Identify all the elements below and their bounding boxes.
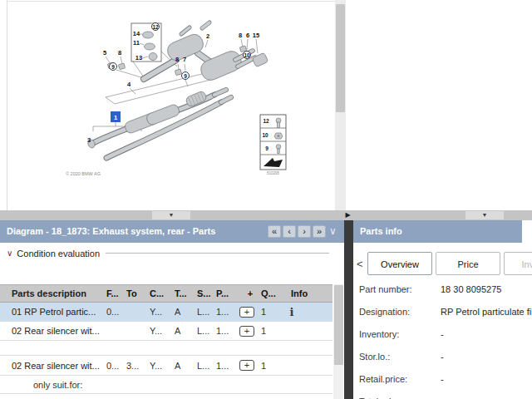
part-description: 01 RP Petrol partic... bbox=[8, 307, 105, 317]
tab-inventory[interactable]: Inven bbox=[504, 252, 532, 275]
col-quantity: Q... bbox=[259, 288, 279, 298]
table-note-row: only suit.for: bbox=[0, 376, 332, 394]
diagram-callout[interactable]: 4 bbox=[127, 81, 131, 88]
part-from: 0... bbox=[105, 307, 125, 317]
collapse-parts-panel-button[interactable]: ▼ bbox=[152, 211, 190, 219]
svg-text:4: 4 bbox=[127, 81, 131, 88]
part-p: 1... bbox=[214, 326, 239, 336]
condition-evaluation-section: ∨ Condition evaluation bbox=[0, 243, 336, 264]
part-t: A bbox=[173, 326, 195, 336]
diagram-callout[interactable]: 13 bbox=[135, 54, 142, 62]
col-c: C... bbox=[148, 288, 173, 298]
part-c: Y... bbox=[148, 307, 173, 317]
part-p: 1... bbox=[214, 307, 239, 317]
first-diagram-button[interactable]: « bbox=[268, 225, 281, 238]
col-parts-description: Parts description bbox=[8, 288, 105, 298]
part-number-label: Part number: bbox=[359, 284, 412, 294]
diagram-callout-circled[interactable]: 9 bbox=[182, 72, 190, 80]
parts-panel-title: Diagram - 18_1873: Exhaust system, rear … bbox=[7, 226, 215, 236]
col-info: Info bbox=[279, 288, 332, 298]
chevron-down-icon[interactable]: ∨ bbox=[7, 249, 12, 258]
splitter-expand-button[interactable]: ▶ bbox=[342, 210, 353, 220]
divider bbox=[106, 253, 329, 254]
diagram-callout[interactable]: 7 bbox=[183, 56, 186, 63]
collapse-info-panel-button[interactable]: ▼ bbox=[466, 211, 504, 219]
diagram-callout[interactable]: 8 bbox=[118, 49, 121, 57]
diagram-callout-selected[interactable]: 1 bbox=[111, 111, 121, 122]
leader-line bbox=[205, 40, 208, 47]
last-diagram-button[interactable]: » bbox=[313, 225, 326, 238]
exhaust-diagram: 510295 © 2020 BMW AG 14 12 11 13 2 8 6 1… bbox=[0, 0, 347, 210]
part-s: L... bbox=[195, 326, 214, 336]
diagram-callout-circled[interactable]: 9 bbox=[110, 63, 117, 71]
diagram-callout-circled[interactable]: 12 bbox=[152, 23, 160, 31]
svg-text:1: 1 bbox=[114, 114, 117, 121]
parts-list-panel: Diagram - 18_1873: Exhaust system, rear … bbox=[0, 220, 344, 399]
diagram-callout[interactable]: 8 bbox=[239, 32, 242, 39]
leader-line bbox=[121, 57, 122, 64]
part-t: A bbox=[173, 307, 195, 317]
table-row[interactable]: 02 Rear silencer wit... Y... A L... 1...… bbox=[0, 322, 332, 341]
panel-divider bbox=[344, 220, 353, 399]
diagram-callout[interactable]: 11 bbox=[133, 39, 140, 47]
parts-table-header: Parts description F... To C... T... S...… bbox=[0, 284, 332, 303]
diagram-callout[interactable]: 14 bbox=[133, 30, 140, 37]
table-row[interactable]: 02 Rear silencer wit... 0... 3... Y... A… bbox=[0, 356, 332, 376]
col-p: P... bbox=[214, 288, 239, 298]
part-c: Y... bbox=[148, 326, 173, 336]
table-row[interactable]: 01 RP Petrol partic... 0... Y... A L... … bbox=[0, 303, 332, 322]
leader-line bbox=[178, 64, 179, 70]
right-splitter-bar[interactable]: ▼ bbox=[353, 210, 532, 220]
diagram-callout-circled[interactable]: 10 bbox=[244, 52, 251, 59]
parts-table-scrollbar[interactable] bbox=[333, 284, 343, 399]
svg-text:9: 9 bbox=[111, 64, 115, 70]
diagram-vertical-scrollbar[interactable] bbox=[335, 0, 346, 210]
part-s: L... bbox=[195, 361, 214, 371]
panel-collapse-chevron[interactable]: ∨ bbox=[329, 225, 337, 238]
legend-number: 9 bbox=[265, 145, 268, 151]
designation-value: RP Petrol particulate filte bbox=[441, 307, 532, 317]
previous-diagram-button[interactable]: ‹ bbox=[283, 225, 296, 238]
svg-text:6: 6 bbox=[246, 32, 249, 39]
table-row-empty[interactable] bbox=[0, 341, 332, 356]
info-icon[interactable]: i bbox=[279, 306, 304, 318]
svg-text:2: 2 bbox=[206, 32, 209, 40]
scrollbar-thumb[interactable] bbox=[336, 4, 345, 112]
svg-text:15: 15 bbox=[253, 32, 259, 39]
next-diagram-button[interactable]: › bbox=[298, 225, 311, 238]
tab-scroll-left-button[interactable]: < bbox=[357, 258, 363, 270]
svg-text:10: 10 bbox=[244, 52, 250, 58]
diagram-callout[interactable]: 8 bbox=[175, 56, 179, 63]
part-description: 02 Rear silencer wit... bbox=[8, 326, 105, 336]
inventory-value: - bbox=[441, 329, 444, 339]
tab-overview[interactable]: Overview bbox=[367, 252, 432, 275]
add-to-cart-button[interactable]: + bbox=[239, 360, 254, 371]
add-to-cart-button[interactable]: + bbox=[239, 307, 254, 318]
diagram-callout[interactable]: 6 bbox=[246, 32, 249, 39]
diagram-callout[interactable]: 5 bbox=[103, 49, 106, 57]
tailpipe-trim bbox=[252, 52, 268, 67]
col-add: + bbox=[239, 288, 259, 298]
left-splitter-bar[interactable]: ▼ bbox=[0, 210, 342, 220]
add-to-cart-button[interactable]: + bbox=[239, 326, 254, 337]
svg-text:13: 13 bbox=[135, 54, 142, 62]
diagram-callout[interactable]: 15 bbox=[253, 32, 259, 39]
svg-text:3: 3 bbox=[87, 136, 91, 144]
svg-text:8: 8 bbox=[118, 49, 121, 57]
svg-text:8: 8 bbox=[175, 56, 179, 63]
parts-table: Parts description F... To C... T... S...… bbox=[0, 284, 332, 399]
retail-price-value: - bbox=[441, 374, 444, 384]
diagram-callout[interactable]: 3 bbox=[87, 136, 91, 144]
svg-text:14: 14 bbox=[133, 30, 140, 37]
part-quantity: 1 bbox=[259, 307, 279, 317]
designation-label: Designation: bbox=[359, 307, 410, 317]
diagram-callout[interactable]: 2 bbox=[206, 32, 209, 40]
tab-price[interactable]: Price bbox=[436, 252, 500, 275]
part-from: 0... bbox=[105, 361, 125, 371]
leader-line bbox=[185, 80, 188, 86]
copyright-text: © 2020 BMW AG bbox=[66, 171, 101, 176]
scrollbar-thumb[interactable] bbox=[334, 285, 343, 365]
diagram-viewer-panel: 510295 © 2020 BMW AG 14 12 11 13 2 8 6 1… bbox=[0, 0, 347, 210]
storage-location-label: Stor.lo.: bbox=[359, 352, 390, 362]
svg-text:5: 5 bbox=[103, 49, 106, 57]
